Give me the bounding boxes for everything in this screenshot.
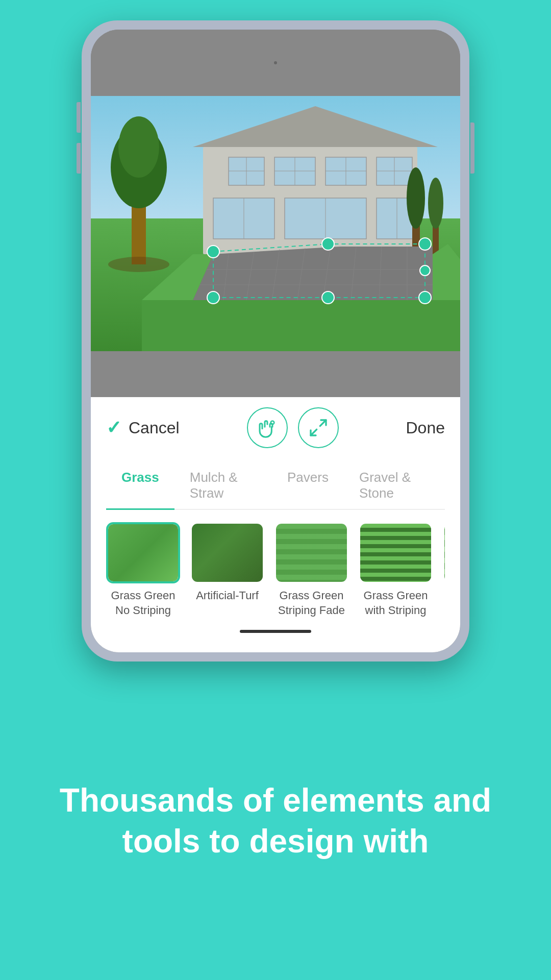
svg-line-54 — [311, 429, 317, 435]
bottom-headline: Thousands of elements and tools to desig… — [41, 780, 510, 862]
svg-point-27 — [407, 167, 425, 229]
grass-green-no-striping-thumb — [106, 522, 180, 583]
svg-point-29 — [428, 178, 443, 229]
artificial-turf-thumb — [190, 522, 264, 583]
material-thumbnails: Grass Green No Striping Artificial-Turf … — [106, 522, 445, 623]
expand-icon — [308, 418, 329, 438]
check-icon: ✓ — [106, 417, 121, 438]
svg-point-24 — [118, 116, 159, 178]
list-item[interactable]: Grass G... With St... — [443, 522, 445, 618]
svg-marker-43 — [142, 300, 460, 351]
svg-point-49 — [322, 291, 334, 304]
tab-gravel[interactable]: Gravel & Stone — [344, 462, 445, 510]
material-label: Grass G... With St... — [443, 589, 445, 618]
material-label: Artificial-Turf — [196, 589, 259, 603]
controls-bar: ✓ Cancel — [106, 407, 445, 448]
svg-marker-30 — [193, 247, 433, 300]
home-bar — [240, 630, 311, 633]
tool-buttons — [247, 407, 339, 448]
bottom-gray-bar — [91, 351, 460, 397]
camera-notch — [274, 61, 277, 64]
material-label: Grass Green with Striping — [359, 589, 433, 618]
svg-point-52 — [270, 421, 274, 425]
cancel-group: ✓ Cancel — [106, 417, 180, 438]
material-selector-panel: ✓ Cancel — [91, 397, 460, 652]
status-bar — [91, 30, 460, 96]
bottom-text-area: Thousands of elements and tools to desig… — [0, 662, 551, 980]
material-label: Grass Green No Striping — [106, 589, 180, 618]
svg-point-48 — [207, 291, 219, 304]
tab-grass[interactable]: Grass — [106, 462, 174, 510]
cancel-button[interactable]: Cancel — [129, 419, 180, 437]
grass-with-striping-2-thumb — [443, 522, 445, 583]
svg-point-25 — [108, 257, 169, 272]
svg-point-51 — [420, 265, 430, 276]
svg-point-46 — [322, 238, 334, 250]
list-item[interactable]: Grass Green with Striping — [359, 522, 433, 618]
power-button — [470, 122, 474, 174]
phone-frame: ✓ Cancel — [82, 20, 469, 662]
list-item[interactable]: Grass Green Striping Fade — [274, 522, 348, 618]
list-item[interactable]: Grass Green No Striping — [106, 522, 180, 618]
tab-mulch[interactable]: Mulch & Straw — [174, 462, 272, 510]
svg-point-50 — [419, 291, 431, 304]
hand-tool-button[interactable] — [247, 407, 288, 448]
grass-with-striping-thumb — [359, 522, 433, 583]
material-tabs: Grass Mulch & Straw Pavers Gravel & Ston… — [106, 462, 445, 510]
svg-point-45 — [207, 246, 219, 258]
material-label: Grass Green Striping Fade — [274, 589, 348, 618]
grass-striping-fade-thumb — [274, 522, 348, 583]
done-button[interactable]: Done — [406, 419, 445, 437]
svg-point-47 — [419, 238, 431, 250]
list-item[interactable]: Artificial-Turf — [190, 522, 264, 618]
tab-pavers[interactable]: Pavers — [272, 462, 344, 510]
expand-tool-button[interactable] — [298, 407, 339, 448]
phone-screen: ✓ Cancel — [91, 30, 460, 652]
home-indicator — [106, 623, 445, 637]
hand-icon — [257, 418, 278, 438]
volume-down-button — [77, 102, 81, 133]
lawn-preview-image — [91, 96, 460, 351]
volume-up-button — [77, 143, 81, 174]
svg-line-53 — [320, 420, 326, 426]
